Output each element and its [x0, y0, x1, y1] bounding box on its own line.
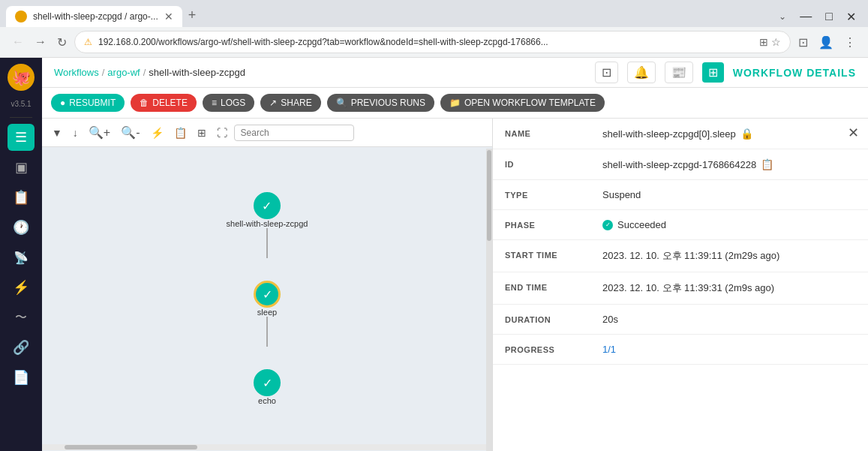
- dashboard-icon: ▣: [15, 159, 28, 176]
- clock-icon: 🕐: [13, 219, 29, 236]
- tab-close-button[interactable]: ✕: [164, 11, 173, 23]
- breadcrumb: Workflows / argo-wf / shell-with-sleep-z…: [54, 67, 245, 78]
- connector-root-sleep: [266, 228, 268, 258]
- profile-button[interactable]: 👤: [815, 32, 836, 53]
- detail-row-phase: PHASE ✓ Succeeded: [493, 210, 868, 240]
- detail-label-start-time: START TIME: [505, 249, 602, 260]
- node-label-echo: echo: [258, 396, 276, 405]
- filter-button[interactable]: ▼: [48, 125, 66, 141]
- address-bar[interactable]: ⚠ 192.168.0.200/workflows/argo-wf/shell-…: [74, 31, 791, 53]
- share-icon: ↗: [269, 98, 277, 108]
- sidebar-item-dashboard[interactable]: ▣: [8, 154, 35, 181]
- topbar: Workflows / argo-wf / shell-with-sleep-z…: [42, 58, 868, 88]
- delete-button[interactable]: 🗑 DELETE: [131, 94, 197, 112]
- auto-layout-button[interactable]: ⚡: [147, 125, 167, 141]
- node-circle-echo: ✓: [254, 369, 281, 396]
- detail-panel: ✕ NAME shell-with-sleep-zcpgd[0].sleep 🔒…: [493, 119, 868, 451]
- progress-link[interactable]: 1/1: [602, 344, 616, 355]
- check-icon: ✓: [262, 199, 272, 213]
- previous-runs-button[interactable]: 🔍 PREVIOUS RUNS: [327, 94, 434, 112]
- sidebar-item-lightning[interactable]: ⚡: [8, 274, 35, 301]
- refresh-button[interactable]: ↻: [54, 32, 70, 53]
- copy-name-button[interactable]: 🔒: [740, 128, 753, 140]
- address-actions: ⊞ ☆: [759, 36, 781, 48]
- split-view-button[interactable]: ⊡: [795, 32, 811, 53]
- breadcrumb-workflows[interactable]: Workflows: [54, 67, 99, 78]
- detail-label-progress: PROGRESS: [505, 344, 602, 354]
- resubmit-button[interactable]: ● RESUBMIT: [51, 94, 125, 112]
- node-root[interactable]: ✓ shell-with-sleep-zcpgd: [227, 192, 308, 258]
- detail-value-name: shell-with-sleep-zcpgd[0].sleep 🔒: [602, 128, 856, 140]
- browser-chrome: shell-with-sleep-zcpgd / argo-... ✕ + ⌄ …: [0, 0, 868, 58]
- sidebar-item-link[interactable]: 🔗: [8, 334, 35, 361]
- node-label-root: shell-with-sleep-zcpgd: [227, 219, 308, 228]
- zoom-out-button[interactable]: 🔍-: [117, 123, 143, 142]
- template-icon: 📁: [449, 98, 461, 108]
- detail-row-progress: PROGRESS 1/1: [493, 335, 868, 365]
- tab-title: shell-with-sleep-zcpgd / argo-...: [33, 11, 158, 22]
- node-circle-root: ✓: [254, 192, 281, 219]
- zoom-in-button[interactable]: 🔍+: [85, 123, 114, 142]
- sidebar-item-workflows[interactable]: 📋: [8, 184, 35, 211]
- delete-icon: 🗑: [140, 98, 149, 108]
- workflows-icon: 📋: [13, 189, 29, 206]
- horizontal-scrollbar[interactable]: [42, 444, 486, 450]
- sidebar-item-radio[interactable]: 〜: [8, 304, 35, 331]
- sidebar-item-menu[interactable]: ☰: [8, 124, 35, 151]
- search-icon: 🔍: [336, 98, 347, 108]
- node-circle-sleep: ✓: [254, 281, 281, 308]
- detail-row-name: NAME shell-with-sleep-zcpgd[0].sleep 🔒: [493, 119, 868, 149]
- logs-button[interactable]: ≡ LOGS: [203, 94, 254, 112]
- active-tab[interactable]: shell-with-sleep-zcpgd / argo-... ✕: [6, 6, 182, 27]
- link-icon: 🔗: [13, 339, 29, 356]
- content-area: ▼ ↓ 🔍+ 🔍- ⚡ 📋 ⊞ ⛶: [42, 119, 868, 451]
- sidebar-item-list[interactable]: 📄: [8, 364, 35, 391]
- sidebar-item-signal[interactable]: 📡: [8, 244, 35, 271]
- restore-down-icon[interactable]: ⌄: [773, 11, 792, 22]
- breadcrumb-argo-wf[interactable]: argo-wf: [107, 67, 140, 78]
- maximize-button[interactable]: □: [819, 7, 839, 26]
- action-toolbar: ● RESUBMIT 🗑 DELETE ≡ LOGS ↗ SHARE 🔍 PRE…: [42, 88, 868, 119]
- copy-id-button[interactable]: 📋: [761, 158, 773, 170]
- resubmit-icon: ●: [60, 98, 65, 108]
- copy-graph-button[interactable]: 📋: [170, 125, 191, 141]
- menu-button[interactable]: ⋮: [841, 32, 859, 53]
- new-tab-button[interactable]: +: [182, 8, 203, 23]
- settings-button[interactable]: 📰: [665, 62, 693, 83]
- sidebar-divider: [10, 117, 32, 118]
- detail-close-button[interactable]: ✕: [848, 125, 859, 141]
- detail-label-id: ID: [505, 158, 602, 169]
- org-chart-button[interactable]: ⊞: [702, 62, 724, 83]
- detail-row-id: ID shell-with-sleep-zcpgd-1768664228 📋: [493, 149, 868, 180]
- back-button[interactable]: ←: [9, 32, 27, 52]
- bookmark-icon[interactable]: ☆: [771, 36, 781, 48]
- forward-button[interactable]: →: [32, 32, 50, 52]
- node-label-sleep: sleep: [257, 308, 277, 317]
- connector-sleep-echo: [266, 317, 268, 347]
- qr-icon[interactable]: ⊞: [759, 36, 768, 48]
- fullscreen-button[interactable]: ⛶: [213, 125, 231, 141]
- vertical-scrollbar[interactable]: [486, 149, 492, 451]
- scrollbar-thumb: [487, 150, 491, 241]
- check-icon-sleep: ✓: [263, 287, 272, 302]
- detail-label-end-time: END TIME: [505, 281, 602, 292]
- node-sleep[interactable]: ✓ sleep: [254, 281, 281, 347]
- expand-button[interactable]: ⊞: [194, 125, 210, 141]
- close-button[interactable]: ✕: [840, 7, 862, 27]
- split-pane-button[interactable]: ⊡: [595, 62, 618, 83]
- node-echo[interactable]: ✓ echo: [254, 369, 281, 405]
- detail-value-type: Suspend: [602, 189, 856, 200]
- share-button[interactable]: ↗ SHARE: [260, 94, 320, 112]
- bell-button[interactable]: 🔔: [627, 62, 656, 83]
- graph-panel: ▼ ↓ 🔍+ 🔍- ⚡ 📋 ⊞ ⛶: [42, 119, 493, 451]
- app-logo: 🐙: [8, 64, 35, 91]
- menu-icon: ☰: [15, 129, 27, 146]
- graph-search-input[interactable]: [234, 125, 354, 141]
- sort-button[interactable]: ↓: [69, 125, 82, 141]
- open-workflow-template-button[interactable]: 📁 OPEN WORKFLOW TEMPLATE: [440, 94, 605, 112]
- security-warning-icon: ⚠: [84, 37, 92, 47]
- minimize-button[interactable]: —: [794, 7, 818, 26]
- detail-value-duration: 20s: [602, 314, 856, 325]
- graph-canvas[interactable]: ✓ shell-with-sleep-zcpgd ✓ sleep: [42, 147, 492, 450]
- sidebar-item-clock[interactable]: 🕐: [8, 214, 35, 241]
